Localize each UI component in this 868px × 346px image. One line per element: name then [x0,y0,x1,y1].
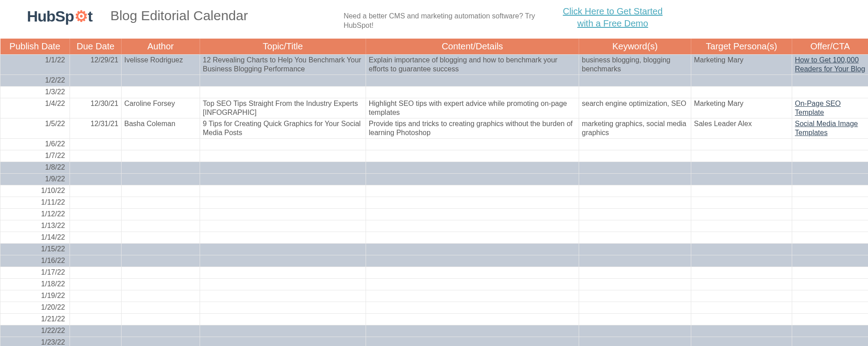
cell-content[interactable] [366,150,579,162]
cell-keywords[interactable] [579,220,691,232]
cell-topic[interactable] [200,86,366,98]
cell-content[interactable] [366,74,579,86]
cell-persona[interactable] [691,232,792,243]
cell-publish-date[interactable]: 1/6/22 [0,138,70,150]
table-row[interactable]: 1/14/22 [0,232,868,243]
cell-topic[interactable] [200,173,366,185]
cell-author[interactable] [122,138,200,150]
cell-topic[interactable] [200,337,366,346]
table-row[interactable]: 1/7/22 [0,150,868,162]
cell-author[interactable] [122,208,200,220]
cell-publish-date[interactable]: 1/12/22 [0,208,70,220]
cell-due-date[interactable] [70,232,122,243]
cell-offer[interactable] [792,197,868,208]
cell-publish-date[interactable]: 1/15/22 [0,243,70,255]
cell-publish-date[interactable]: 1/19/22 [0,290,70,302]
cell-topic[interactable] [200,243,366,255]
cell-author[interactable] [122,337,200,346]
cell-offer[interactable]: Social Media Image Templates [792,118,868,138]
cell-topic[interactable] [200,267,366,278]
cell-offer[interactable] [792,150,868,162]
cell-topic[interactable] [200,313,366,325]
table-row[interactable]: 1/8/22 [0,162,868,173]
col-due-date[interactable]: Due Date [70,39,122,55]
cell-persona[interactable] [691,173,792,185]
cell-persona[interactable] [691,325,792,337]
offer-link[interactable]: On-Page SEO Template [795,100,841,116]
cell-keywords[interactable] [579,173,691,185]
cell-content[interactable] [366,302,579,313]
cell-due-date[interactable] [70,220,122,232]
cell-author[interactable]: Caroline Forsey [122,98,200,118]
cell-topic[interactable] [200,278,366,290]
cell-content[interactable] [366,290,579,302]
cell-keywords[interactable] [579,255,691,267]
cell-offer[interactable] [792,232,868,243]
cell-topic[interactable] [200,185,366,197]
cell-due-date[interactable] [70,255,122,267]
cell-due-date[interactable] [70,290,122,302]
cell-content[interactable] [366,197,579,208]
cell-author[interactable] [122,255,200,267]
cell-publish-date[interactable]: 1/22/22 [0,325,70,337]
cell-content[interactable] [366,243,579,255]
cell-due-date[interactable] [70,313,122,325]
cell-offer[interactable] [792,138,868,150]
cell-content[interactable] [366,162,579,173]
cell-keywords[interactable] [579,138,691,150]
cell-due-date[interactable]: 12/31/21 [70,118,122,138]
cell-author[interactable]: Basha Coleman [122,118,200,138]
cell-keywords[interactable] [579,290,691,302]
cell-topic[interactable] [200,290,366,302]
cell-persona[interactable] [691,185,792,197]
cell-publish-date[interactable]: 1/21/22 [0,313,70,325]
cell-offer[interactable] [792,86,868,98]
cell-publish-date[interactable]: 1/11/22 [0,197,70,208]
cell-author[interactable] [122,290,200,302]
col-offer[interactable]: Offer/CTA [792,39,868,55]
cell-persona[interactable] [691,86,792,98]
cell-offer[interactable] [792,290,868,302]
cell-due-date[interactable] [70,138,122,150]
cell-keywords[interactable] [579,267,691,278]
cell-keywords[interactable] [579,325,691,337]
table-row[interactable]: 1/6/22 [0,138,868,150]
cell-topic[interactable] [200,302,366,313]
cell-publish-date[interactable]: 1/1/22 [0,54,70,74]
cell-keywords[interactable] [579,74,691,86]
cell-persona[interactable] [691,162,792,173]
cell-keywords[interactable] [579,243,691,255]
cell-publish-date[interactable]: 1/14/22 [0,232,70,243]
cell-author[interactable] [122,325,200,337]
cell-topic[interactable] [200,74,366,86]
cell-persona[interactable] [691,138,792,150]
cell-topic[interactable] [200,138,366,150]
cell-keywords[interactable] [579,208,691,220]
cell-content[interactable] [366,255,579,267]
cell-publish-date[interactable]: 1/2/22 [0,74,70,86]
table-row[interactable]: 1/4/2212/30/21Caroline ForseyTop SEO Tip… [0,98,868,118]
cell-author[interactable] [122,162,200,173]
cell-keywords[interactable] [579,162,691,173]
cell-persona[interactable] [691,197,792,208]
cell-publish-date[interactable]: 1/4/22 [0,98,70,118]
cell-keywords[interactable] [579,337,691,346]
cell-publish-date[interactable]: 1/7/22 [0,150,70,162]
cell-persona[interactable] [691,150,792,162]
cell-publish-date[interactable]: 1/17/22 [0,267,70,278]
cell-topic[interactable]: 9 Tips for Creating Quick Graphics for Y… [200,118,366,138]
cell-offer[interactable] [792,243,868,255]
cell-author[interactable] [122,197,200,208]
cell-persona[interactable]: Sales Leader Alex [691,118,792,138]
cell-keywords[interactable] [579,150,691,162]
cell-due-date[interactable]: 12/29/21 [70,54,122,74]
table-row[interactable]: 1/18/22 [0,278,868,290]
table-row[interactable]: 1/13/22 [0,220,868,232]
cell-persona[interactable] [691,267,792,278]
cell-persona[interactable] [691,313,792,325]
cell-topic[interactable] [200,150,366,162]
cell-persona[interactable] [691,220,792,232]
cell-content[interactable] [366,232,579,243]
cell-keywords[interactable]: search engine optimization, SEO [579,98,691,118]
cell-publish-date[interactable]: 1/10/22 [0,185,70,197]
